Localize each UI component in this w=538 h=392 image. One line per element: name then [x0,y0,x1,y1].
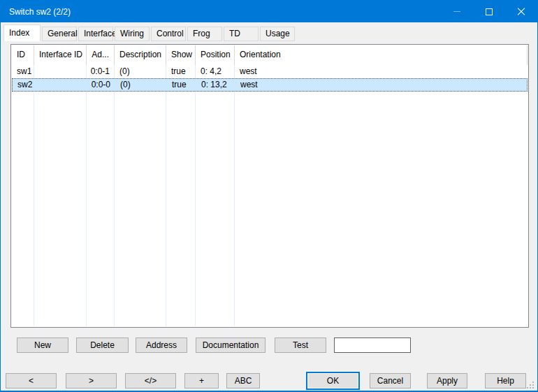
prev-button[interactable]: < [6,373,57,389]
plus-button[interactable]: + [184,373,219,389]
cell: true [166,65,196,78]
tab-index[interactable]: Index [3,24,41,41]
maximize-icon [486,8,493,15]
tab-frog[interactable]: Frog [187,27,222,41]
column-header-show[interactable]: Show [166,45,196,65]
table-row[interactable]: sw20:0-0(0)true0: 13,2west [12,78,528,92]
delete-button[interactable]: Delete [76,337,129,353]
tab-usage[interactable]: Usage [260,27,295,41]
column-header-description[interactable]: Description [115,45,166,65]
switch-list: ID Interface ID Ad... Description Show P… [10,44,529,328]
cell: 0: 13,2 [196,79,235,91]
cell: 0: 4,2 [196,65,235,78]
cell: sw1 [12,65,34,78]
tab-interface[interactable]: Interface [78,27,113,41]
column-header-position[interactable]: Position [196,45,235,65]
xml-code-button[interactable]: </> [125,373,176,389]
cell: west [235,79,527,91]
tab-wiring[interactable]: Wiring [115,27,150,41]
column-header-id[interactable]: ID [12,45,34,65]
window-title: Switch sw2 (2/2) [1,7,71,17]
cell: true [167,79,196,91]
column-gridline [34,65,34,326]
help-button[interactable]: Help [485,373,526,389]
column-header-orientation[interactable]: Orientation [235,45,528,65]
cell [35,79,87,91]
close-button[interactable] [505,1,537,22]
cell: west [235,65,528,78]
column-gridline [234,65,235,326]
test-button[interactable]: Test [275,337,326,353]
tab-td[interactable]: TD [224,27,259,41]
column-header-address[interactable]: Ad... [87,45,115,65]
filter-input[interactable] [334,337,411,353]
tab-general[interactable]: General [42,27,77,41]
next-button[interactable]: > [66,373,117,389]
address-button[interactable]: Address [136,337,187,353]
close-icon [517,8,525,16]
caption-buttons [441,1,537,22]
cell: sw2 [13,79,35,91]
tab-control[interactable]: Control [151,27,186,41]
column-gridline [195,65,196,326]
minimize-button[interactable] [441,1,473,22]
cell: (0) [115,65,166,78]
abc-button[interactable]: ABC [226,373,260,389]
ok-button[interactable]: OK [306,372,360,390]
new-button[interactable]: New [17,337,68,353]
resize-grip[interactable] [527,382,534,389]
cell: 0:0-0 [87,79,115,91]
cell: 0:0-1 [87,65,115,78]
cell: (0) [115,79,167,91]
titlebar[interactable]: Switch sw2 (2/2) [1,1,537,22]
table-row[interactable]: sw10:0-1(0)true0: 4,2west [12,65,528,78]
switch-list-inner: ID Interface ID Ad... Description Show P… [12,45,528,326]
maximize-button[interactable] [473,1,505,22]
column-gridline [166,65,166,326]
tab-strip: Index General Interface Wiring Control F… [3,24,296,41]
table-rows: sw10:0-1(0)true0: 4,2westsw20:0-0(0)true… [12,65,528,92]
apply-button[interactable]: Apply [427,373,467,389]
table-header: ID Interface ID Ad... Description Show P… [12,45,528,65]
minimize-icon [453,11,460,12]
column-gridline [114,65,115,326]
column-header-interface-id[interactable]: Interface ID [34,45,87,65]
switch-properties-dialog: Switch sw2 (2/2) Index General Interface… [0,0,538,392]
table-body: sw10:0-1(0)true0: 4,2westsw20:0-0(0)true… [12,65,528,326]
cancel-button[interactable]: Cancel [370,373,411,389]
documentation-button[interactable]: Documentation [196,337,266,353]
column-gridline [86,65,87,326]
cell [34,65,87,78]
